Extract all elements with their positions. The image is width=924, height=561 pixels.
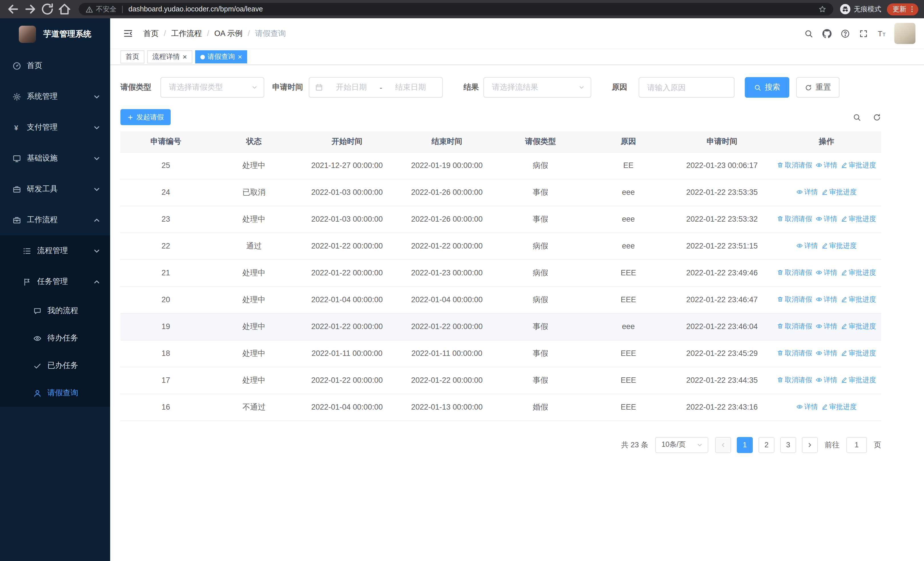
font-size-icon[interactable]: TT — [877, 29, 886, 38]
sidebar-item-dev-tools[interactable]: 研发工具 — [0, 174, 110, 205]
table-row: 16不通过2022-01-04 00:00:002022-01-13 00:00… — [120, 394, 881, 420]
close-icon[interactable]: × — [238, 53, 242, 60]
page-3-button[interactable]: 3 — [780, 437, 796, 453]
page-size-select[interactable]: 10条/页 — [655, 437, 708, 453]
action-label: 审批进度 — [849, 322, 876, 331]
progress-action-link[interactable]: 审批进度 — [821, 187, 856, 197]
apply-time-range-picker[interactable]: 开始日期 - 结束日期 — [309, 77, 443, 98]
sidebar-item-home[interactable]: 首页 — [0, 50, 110, 81]
github-icon[interactable] — [822, 29, 831, 38]
column-header: 申请编号 — [120, 131, 211, 152]
sidebar-item-my-process[interactable]: 我的流程 — [0, 297, 110, 325]
page-unit-label: 页 — [874, 439, 881, 450]
address-bar[interactable]: 不安全 dashboard.yudao.iocoder.cn/bpm/oa/le… — [79, 3, 833, 15]
sidebar-item-done-tasks[interactable]: 已办任务 — [0, 352, 110, 379]
briefcase-icon — [12, 216, 21, 224]
cancel-action-link[interactable]: 取消请假 — [777, 295, 812, 304]
chrome-update-menu-button[interactable]: 更新 — [887, 3, 918, 15]
forward-button[interactable] — [23, 2, 38, 17]
date-range-separator: - — [380, 83, 382, 92]
breadcrumb-item[interactable]: OA 示例 — [214, 28, 243, 39]
sidebar-item-process-mgmt[interactable]: 流程管理 — [0, 235, 110, 266]
cancel-action-link[interactable]: 取消请假 — [777, 349, 812, 358]
detail-action-link[interactable]: 详情 — [816, 295, 837, 304]
page-1-button[interactable]: 1 — [737, 437, 753, 453]
pagination: 共 23 条 10条/页 123 前往 页 — [120, 437, 881, 453]
prev-page-button[interactable] — [715, 437, 731, 453]
row-actions: 取消请假详情审批进度 — [772, 313, 881, 340]
sidebar-item-todo-tasks[interactable]: 待办任务 — [0, 325, 110, 352]
reset-button[interactable]: 重置 — [796, 77, 840, 98]
sidebar-item-task-mgmt[interactable]: 任务管理 — [0, 266, 110, 297]
detail-action-link[interactable]: 详情 — [796, 402, 818, 412]
cell-type: 病假 — [496, 286, 584, 313]
help-icon[interactable] — [841, 29, 850, 38]
create-leave-button[interactable]: 发起请假 — [120, 109, 171, 125]
tab-leave-query[interactable]: 请假查询× — [195, 50, 247, 63]
action-label: 详情 — [804, 241, 818, 251]
reload-button[interactable] — [40, 2, 55, 17]
progress-action-link[interactable]: 审批进度 — [841, 322, 876, 331]
next-page-button[interactable] — [802, 437, 818, 453]
tags-view-bar: 首页流程详情×请假查询× — [110, 49, 924, 65]
breadcrumb-item[interactable]: 工作流程 — [171, 28, 202, 39]
security-label: 不安全 — [96, 4, 116, 14]
close-icon[interactable]: × — [183, 53, 187, 60]
security-chip[interactable]: 不安全 — [86, 4, 116, 14]
detail-action-link[interactable]: 详情 — [816, 161, 837, 170]
bookmark-star-icon[interactable] — [818, 5, 826, 13]
progress-action-link[interactable]: 审批进度 — [841, 375, 876, 385]
cancel-action-link[interactable]: 取消请假 — [777, 268, 812, 278]
cancel-action-link[interactable]: 取消请假 — [777, 322, 812, 331]
result-select[interactable]: 请选择流结果 — [483, 77, 591, 98]
detail-action-link[interactable]: 详情 — [816, 322, 837, 331]
app-logo-row[interactable]: 芋道管理系统 — [0, 18, 110, 50]
sidebar-fold-button[interactable] — [123, 29, 133, 38]
cancel-action-link[interactable]: 取消请假 — [777, 214, 812, 224]
goto-page-input[interactable] — [846, 437, 867, 453]
page-2-button[interactable]: 2 — [759, 437, 774, 453]
reset-button-label: 重置 — [816, 82, 831, 93]
tab-label: 流程详情 — [152, 52, 180, 62]
cell-applied: 2022-01-22 23:44:35 — [672, 367, 772, 394]
detail-action-link[interactable]: 详情 — [816, 268, 837, 278]
progress-action-link[interactable]: 审批进度 — [841, 349, 876, 358]
progress-action-link[interactable]: 审批进度 — [841, 268, 876, 278]
sidebar-item-payment-mgmt[interactable]: ¥支付管理 — [0, 112, 110, 143]
search-button[interactable]: 搜索 — [745, 77, 789, 98]
column-header: 请假类型 — [496, 131, 584, 152]
detail-action-link[interactable]: 详情 — [816, 375, 837, 385]
progress-action-link[interactable]: 审批进度 — [841, 214, 876, 224]
leave-type-select[interactable]: 请选择请假类型 — [160, 77, 264, 98]
detail-action-link[interactable]: 详情 — [796, 241, 818, 251]
detail-action-link[interactable]: 详情 — [796, 187, 818, 197]
progress-action-link[interactable]: 审批进度 — [821, 402, 856, 412]
cancel-action-link[interactable]: 取消请假 — [777, 375, 812, 385]
tab-process-detail[interactable]: 流程详情× — [147, 50, 192, 63]
progress-action-link[interactable]: 审批进度 — [841, 161, 876, 170]
cell-end: 2022-01-04 00:00:00 — [397, 286, 496, 313]
comment-icon — [33, 307, 42, 315]
toggle-search-icon[interactable] — [853, 113, 861, 122]
sidebar-item-workflow[interactable]: 工作流程 — [0, 205, 110, 235]
detail-action-link[interactable]: 详情 — [816, 349, 837, 358]
progress-action-link[interactable]: 审批进度 — [841, 295, 876, 304]
user-avatar[interactable] — [894, 23, 915, 44]
cancel-action-link[interactable]: 取消请假 — [777, 161, 812, 170]
progress-action-link[interactable]: 审批进度 — [821, 241, 856, 251]
fullscreen-icon[interactable] — [859, 29, 868, 38]
sidebar-item-system-mgmt[interactable]: 系统管理 — [0, 81, 110, 112]
dashboard-icon — [12, 62, 21, 70]
sidebar-item-leave-query[interactable]: 请假查询 — [0, 379, 110, 407]
refresh-table-icon[interactable] — [873, 113, 881, 122]
trash-icon — [777, 296, 784, 303]
sidebar-item-infrastructure[interactable]: 基础设施 — [0, 143, 110, 174]
detail-action-link[interactable]: 详情 — [816, 214, 837, 224]
reason-input[interactable] — [639, 77, 735, 98]
eye-icon — [33, 334, 42, 343]
search-icon[interactable] — [804, 29, 813, 38]
home-button[interactable] — [57, 2, 72, 17]
tab-home[interactable]: 首页 — [120, 50, 144, 63]
breadcrumb-item[interactable]: 首页 — [143, 28, 159, 39]
back-button[interactable] — [6, 2, 21, 17]
